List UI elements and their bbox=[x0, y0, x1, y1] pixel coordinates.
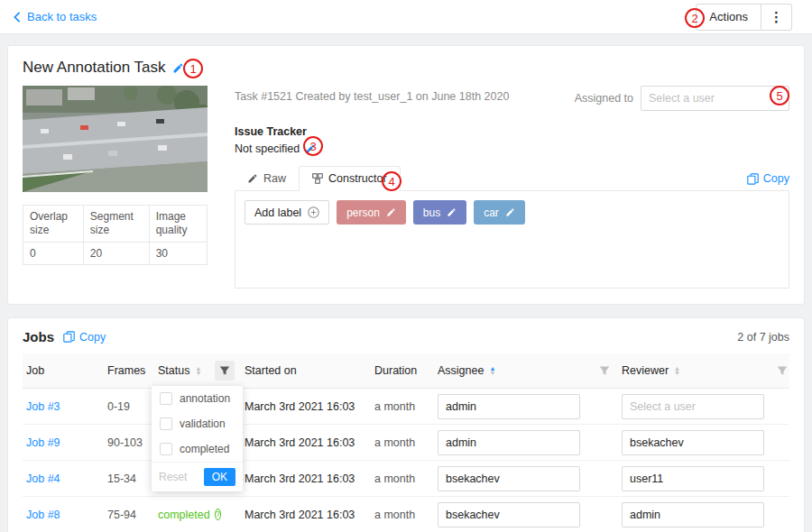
copy-icon bbox=[747, 173, 759, 185]
job-reviewer-input[interactable] bbox=[622, 466, 764, 491]
jobs-table-header: Job Frames Status ▲▼ Started on Duration… bbox=[23, 353, 789, 389]
sort-icon[interactable]: ▲▼ bbox=[489, 366, 495, 375]
labels-tabs: Raw Constructor Copy bbox=[235, 166, 789, 191]
label-tag-person-name: person bbox=[346, 206, 380, 219]
job-status: completed bbox=[158, 509, 210, 521]
plus-circle-icon bbox=[308, 206, 319, 218]
task-parameters-table: Overlap size Segment size Image quality … bbox=[23, 205, 208, 265]
filter-option-completed[interactable]: completed bbox=[152, 436, 243, 462]
label-tag-bus-name: bus bbox=[423, 206, 440, 219]
column-duration: Duration bbox=[371, 357, 434, 384]
column-frames: Frames bbox=[104, 357, 154, 384]
label-tag-car[interactable]: car bbox=[474, 200, 525, 225]
add-label-button[interactable]: Add label bbox=[245, 200, 329, 225]
status-filter-icon[interactable] bbox=[215, 361, 235, 381]
reviewer-filter-icon[interactable] bbox=[777, 361, 788, 381]
label-tag-person[interactable]: person bbox=[337, 200, 406, 225]
param-header-quality: Image quality bbox=[149, 206, 207, 243]
table-row: Job #4 15-34 March 3rd 2021 16:03 a mont… bbox=[23, 461, 789, 497]
filter-option-annotation[interactable]: annotation bbox=[152, 386, 243, 411]
actions-button[interactable]: Actions bbox=[696, 4, 761, 31]
actions-button-group: Actions ⋮ bbox=[696, 4, 792, 31]
filter-reset-button[interactable]: Reset bbox=[159, 471, 187, 483]
param-header-segment: Segment size bbox=[83, 206, 149, 243]
task-preview-image bbox=[23, 86, 208, 192]
filter-option-validation[interactable]: validation bbox=[152, 411, 243, 436]
column-status[interactable]: Status ▲▼ bbox=[154, 357, 208, 384]
param-value-segment: 20 bbox=[83, 243, 149, 265]
callout-3: 3 bbox=[303, 136, 323, 156]
back-to-tasks-label: Back to tasks bbox=[27, 10, 97, 23]
job-duration: a month bbox=[371, 436, 434, 449]
sort-icon[interactable]: ▲▼ bbox=[195, 366, 201, 375]
block-icon bbox=[312, 173, 323, 184]
task-meta: Task #1521 Created by test_user_1 on Jun… bbox=[235, 86, 509, 103]
assigned-to-label: Assigned to bbox=[575, 92, 633, 105]
job-assignee-input[interactable] bbox=[438, 466, 580, 491]
callout-5: 5 bbox=[770, 86, 789, 105]
job-assignee-input[interactable] bbox=[438, 394, 580, 419]
copy-jobs-label: Copy bbox=[79, 331, 106, 344]
copy-icon bbox=[63, 331, 75, 343]
labels-constructor-area: Add label person bus bbox=[235, 191, 789, 289]
checkbox[interactable] bbox=[160, 417, 172, 430]
copy-labels-link[interactable]: Copy bbox=[747, 172, 789, 190]
help-circle-icon[interactable]: ? bbox=[215, 509, 221, 520]
param-value-quality: 30 bbox=[149, 243, 207, 265]
job-link[interactable]: Job #4 bbox=[26, 472, 60, 485]
filter-option-label: completed bbox=[180, 443, 229, 455]
job-duration: a month bbox=[371, 509, 434, 521]
job-reviewer-input[interactable] bbox=[622, 502, 764, 527]
edit-label-icon[interactable] bbox=[447, 207, 457, 217]
callout-4: 4 bbox=[382, 171, 401, 191]
filter-ok-button[interactable]: OK bbox=[204, 468, 235, 486]
assignee-filter-icon[interactable] bbox=[595, 361, 614, 381]
job-frames: 0-19 bbox=[104, 400, 154, 413]
job-started: March 3rd 2021 16:03 bbox=[241, 509, 371, 521]
job-reviewer-input[interactable] bbox=[622, 394, 764, 419]
job-link[interactable]: Job #9 bbox=[26, 436, 60, 449]
jobs-count: 2 of 7 jobs bbox=[737, 331, 789, 344]
table-row: Job #3 0-19 March 3rd 2021 16:03 a month bbox=[23, 389, 789, 425]
job-duration: a month bbox=[371, 400, 434, 413]
tab-constructor-label: Constructor bbox=[328, 172, 387, 185]
param-header-overlap: Overlap size bbox=[23, 206, 84, 243]
job-frames: 90-103 bbox=[104, 436, 154, 449]
param-value-overlap: 0 bbox=[23, 243, 84, 265]
filter-option-label: validation bbox=[180, 417, 226, 430]
sort-icon[interactable]: ▲▼ bbox=[674, 366, 680, 375]
task-assignee-input[interactable] bbox=[641, 86, 789, 111]
column-job: Job bbox=[23, 357, 104, 384]
jobs-title: Jobs bbox=[23, 329, 54, 344]
tab-raw[interactable]: Raw bbox=[235, 167, 299, 190]
copy-labels-label: Copy bbox=[763, 172, 789, 185]
job-assignee-input[interactable] bbox=[438, 430, 580, 455]
job-link[interactable]: Job #8 bbox=[26, 509, 60, 521]
callout-2: 2 bbox=[685, 8, 705, 28]
edit-label-icon[interactable] bbox=[386, 207, 396, 217]
task-details-card: New Annotation Task bbox=[7, 45, 805, 305]
tab-raw-label: Raw bbox=[263, 172, 286, 185]
actions-menu-icon[interactable]: ⋮ bbox=[761, 4, 792, 31]
pencil-icon bbox=[247, 173, 258, 184]
checkbox[interactable] bbox=[160, 443, 172, 455]
job-started: March 3rd 2021 16:03 bbox=[241, 436, 371, 449]
checkbox[interactable] bbox=[160, 392, 172, 405]
status-filter-dropdown: annotation validation completed Reset OK bbox=[152, 386, 243, 491]
copy-jobs-link[interactable]: Copy bbox=[63, 331, 106, 344]
job-assignee-input[interactable] bbox=[438, 502, 580, 527]
label-tag-bus[interactable]: bus bbox=[413, 200, 466, 225]
table-row: Job #9 90-103 March 3rd 2021 16:03 a mon… bbox=[23, 425, 789, 461]
jobs-card: Jobs Copy 2 of 7 jobs Job Frames Status … bbox=[7, 317, 805, 532]
table-row: Job #8 75-94 completed ? March 3rd 2021 … bbox=[23, 497, 789, 532]
job-link[interactable]: Job #3 bbox=[26, 400, 60, 413]
edit-label-icon[interactable] bbox=[505, 207, 515, 217]
column-assignee[interactable]: Assignee ▲▼ bbox=[434, 357, 591, 384]
job-reviewer-input[interactable] bbox=[622, 430, 764, 455]
column-reviewer[interactable]: Reviewer ▲▼ bbox=[618, 357, 773, 384]
issue-tracker-label: Issue Tracker bbox=[235, 125, 789, 138]
job-frames: 75-94 bbox=[104, 509, 154, 521]
job-frames: 15-34 bbox=[104, 472, 154, 485]
back-to-tasks-link[interactable]: Back to tasks bbox=[13, 10, 97, 23]
job-started: March 3rd 2021 16:03 bbox=[241, 400, 371, 413]
